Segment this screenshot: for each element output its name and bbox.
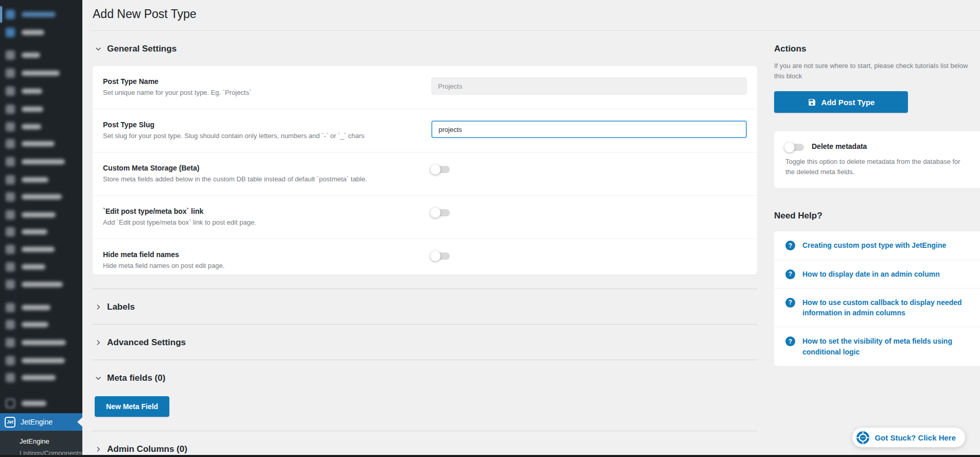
taskbar-edge — [0, 455, 980, 457]
help-link: How to use custom callback to display ne… — [802, 297, 980, 318]
field-description: Hide meta field names on post edit page. — [103, 262, 416, 269]
actions-column: Actions If you are not sure where to sta… — [774, 31, 980, 366]
add-post-type-label: Add Post Type — [821, 98, 875, 107]
redacted-label — [22, 375, 56, 380]
menu-icon — [6, 399, 15, 408]
menu-icon — [6, 262, 15, 272]
sidebar-item-redacted[interactable] — [0, 225, 82, 239]
got-stuck-button[interactable]: Got Stuck? Click Here — [852, 428, 965, 447]
sidebar-item-redacted[interactable] — [0, 353, 82, 368]
settings-row-post-type-name: Post Type Name Set unique name for your … — [93, 66, 757, 109]
toggle-thumb — [784, 142, 795, 153]
field-label: `Edit post type/meta box` link — [103, 207, 416, 215]
redacted-label — [22, 30, 44, 35]
sidebar-item-redacted[interactable] — [0, 120, 82, 134]
add-post-type-button[interactable]: Add Post Type — [774, 91, 908, 113]
sidebar-item-redacted[interactable] — [0, 208, 82, 222]
menu-icon — [6, 50, 15, 60]
sidebar-item-redacted[interactable] — [0, 335, 82, 350]
redacted-label — [22, 340, 66, 345]
sidebar-item-redacted[interactable] — [0, 277, 82, 292]
main-content: Add New Post Type General Settings Post … — [82, 0, 980, 457]
sidebar-item-redacted[interactable] — [0, 102, 82, 116]
toggle-thumb — [430, 164, 441, 175]
sidebar-item-redacted[interactable] — [0, 25, 82, 40]
redacted-label — [22, 264, 45, 269]
redacted-label — [22, 247, 55, 252]
menu-icon — [6, 192, 15, 201]
settings-row-custom-meta-storage: Custom Meta Storage (Beta) Store meta fi… — [93, 153, 757, 196]
redacted-label — [22, 141, 55, 146]
redacted-label — [22, 401, 46, 406]
chevron-right-icon — [95, 303, 102, 311]
new-meta-field-button[interactable]: New Meta Field — [95, 396, 169, 417]
menu-icon — [6, 320, 15, 329]
sidebar-item-redacted[interactable] — [0, 173, 82, 187]
sidebar-item-redacted[interactable] — [0, 242, 82, 257]
sidebar-item-redacted[interactable] — [0, 48, 82, 62]
help-link-row[interactable]: ? How to display date in an admin column — [774, 260, 980, 289]
sidebar-item-redacted[interactable] — [0, 155, 82, 169]
menu-icon — [6, 87, 15, 96]
sidebar-item-redacted[interactable] — [0, 84, 82, 98]
menu-icon — [6, 28, 15, 37]
lifebuoy-icon — [856, 431, 870, 445]
sidebar-item-redacted[interactable] — [0, 300, 82, 315]
section-header-advanced-settings[interactable]: Advanced Settings — [95, 337, 757, 348]
field-description: Add `Edit post type/meta box` link to po… — [103, 218, 416, 226]
redacted-label — [22, 358, 65, 363]
need-help-card: ? Creating custom post type with JetEngi… — [774, 231, 980, 366]
help-link-row[interactable]: ? How to use custom callback to display … — [774, 289, 980, 328]
sidebar-item-label: JetEngine — [21, 418, 52, 426]
accordion-meta-fields: Meta fields (0) New Meta Field — [93, 360, 757, 431]
settings-row-post-type-slug: Post Type Slug Set slug for your post ty… — [93, 109, 757, 153]
menu-icon — [6, 245, 15, 254]
active-indicator — [0, 6, 2, 23]
question-icon: ? — [785, 336, 795, 346]
section-header-meta-fields[interactable]: Meta fields (0) — [95, 373, 757, 383]
post-type-slug-input[interactable] — [431, 121, 747, 138]
sidebar-item-redacted[interactable] — [0, 137, 82, 151]
redacted-label — [22, 159, 65, 164]
hide-meta-field-names-toggle[interactable] — [431, 252, 450, 260]
sidebar-item-jetengine[interactable]: Jet JetEngine — [0, 413, 82, 431]
edit-post-type-link-toggle[interactable] — [431, 209, 450, 216]
field-label: Post Type Slug — [103, 121, 416, 129]
menu-icon — [6, 175, 15, 184]
accordion-advanced-settings: Advanced Settings — [93, 324, 757, 360]
redacted-label — [22, 12, 56, 17]
sidebar-item-redacted[interactable] — [0, 66, 82, 80]
field-description: Set slug for your post type. Slug should… — [103, 132, 416, 140]
help-link-row[interactable]: ? How to set the visibility of meta fiel… — [774, 327, 980, 366]
section-title: Admin Columns (0) — [107, 444, 187, 454]
help-link-row[interactable]: ? Creating custom post type with JetEngi… — [774, 231, 980, 260]
sidebar-item-redacted[interactable] — [0, 260, 82, 274]
section-title: General Settings — [107, 44, 177, 54]
help-link: How to display date in an admin column — [802, 269, 940, 279]
jetengine-icon: Jet — [5, 417, 15, 428]
sidebar-item-redacted[interactable] — [0, 396, 82, 411]
section-header-admin-columns[interactable]: Admin Columns (0) — [95, 444, 757, 454]
actions-description: If you are not sure where to start, plea… — [774, 61, 980, 81]
field-label: Custom Meta Storage (Beta) — [103, 164, 416, 172]
section-header-labels[interactable]: Labels — [95, 302, 757, 312]
sidebar-item-redacted[interactable] — [0, 370, 82, 385]
post-type-name-input[interactable] — [431, 77, 747, 95]
section-title: Labels — [107, 302, 135, 312]
section-header-general-settings[interactable]: General Settings — [93, 44, 757, 54]
sidebar-item-redacted[interactable] — [0, 7, 82, 22]
settings-row-edit-post-type-link: `Edit post type/meta box` link Add `Edit… — [93, 196, 757, 239]
question-icon: ? — [785, 269, 795, 279]
redacted-label — [22, 212, 56, 217]
section-title: Meta fields (0) — [107, 373, 165, 383]
submenu-item-jetengine[interactable]: JetEngine — [0, 435, 82, 447]
delete-metadata-toggle[interactable] — [785, 144, 804, 151]
sidebar-item-redacted[interactable] — [0, 190, 82, 204]
jetengine-submenu: JetEngine Listings/Components — [0, 431, 82, 457]
custom-meta-storage-toggle[interactable] — [431, 166, 450, 173]
sidebar-item-redacted[interactable] — [0, 317, 82, 332]
menu-icon — [6, 280, 15, 289]
menu-icon — [6, 122, 15, 131]
delete-metadata-description: Toggle this option to delete metadata fr… — [785, 157, 971, 177]
toggle-thumb — [430, 251, 441, 261]
